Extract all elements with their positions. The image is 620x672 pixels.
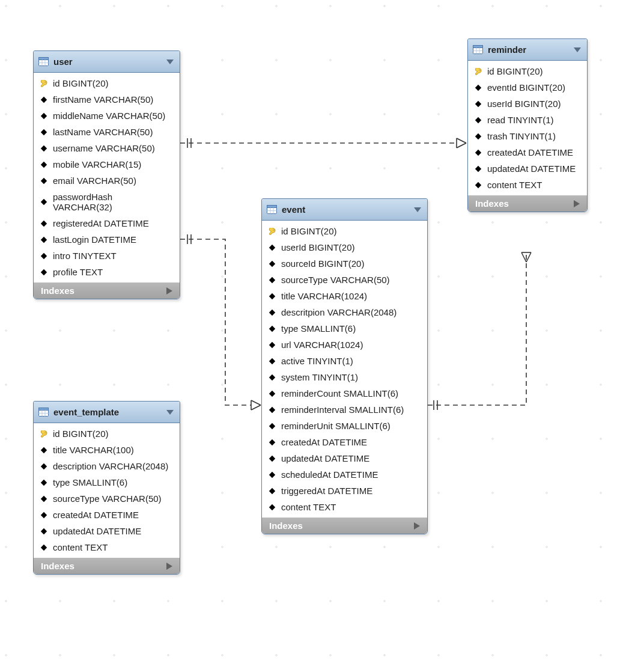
column[interactable]: content TEXT — [468, 177, 587, 193]
column[interactable]: type SMALLINT(6) — [34, 474, 180, 490]
column-label: passwordHash VARCHAR(32) — [53, 192, 174, 212]
column[interactable]: updatedAt DATETIME — [34, 523, 180, 539]
column[interactable]: lastLogin DATETIME — [34, 231, 180, 248]
nullable-column-icon — [40, 268, 48, 276]
column[interactable]: eventId BIGINT(20) — [468, 79, 587, 96]
column-label: url VARCHAR(1024) — [281, 340, 363, 350]
column[interactable]: id BIGINT(20) — [34, 75, 180, 91]
column[interactable]: createdAt DATETIME — [468, 144, 587, 160]
entity-header[interactable]: event_template — [34, 402, 180, 423]
column[interactable]: url VARCHAR(1024) — [262, 337, 427, 353]
column[interactable]: id BIGINT(20) — [468, 63, 587, 79]
indexes-section[interactable]: Indexes — [262, 518, 427, 534]
column-label: userId BIGINT(20) — [487, 99, 561, 109]
column[interactable]: reminderCount SMALLINT(6) — [262, 385, 427, 402]
column[interactable]: createdAt DATETIME — [34, 507, 180, 523]
not-null-column-icon — [40, 198, 48, 206]
column[interactable]: firstName VARCHAR(50) — [34, 91, 180, 108]
nullable-column-icon — [40, 462, 48, 471]
column[interactable]: username VARCHAR(50) — [34, 140, 180, 156]
column-list: id BIGINT(20)userId BIGINT(20)sourceId B… — [262, 221, 427, 518]
column[interactable]: id BIGINT(20) — [262, 223, 427, 239]
column[interactable]: passwordHash VARCHAR(32) — [34, 189, 180, 215]
column[interactable]: description VARCHAR(2048) — [34, 458, 180, 474]
expand-icon[interactable] — [166, 287, 172, 295]
expand-icon[interactable] — [414, 522, 420, 530]
column-label: content TEXT — [53, 542, 108, 552]
column[interactable]: userId BIGINT(20) — [468, 96, 587, 112]
nullable-column-icon — [40, 543, 48, 552]
column-label: middleName VARCHAR(50) — [53, 111, 165, 121]
column-label: sourceType VARCHAR(50) — [53, 493, 162, 504]
primary-key-icon — [474, 67, 482, 76]
column[interactable]: lastName VARCHAR(50) — [34, 124, 180, 140]
column[interactable]: updatedAt DATETIME — [262, 450, 427, 466]
column[interactable]: content TEXT — [34, 539, 180, 555]
entity-event_template[interactable]: event_templateid BIGINT(20)title VARCHAR… — [33, 401, 180, 575]
entity-event[interactable]: eventid BIGINT(20)userId BIGINT(20)sourc… — [261, 198, 428, 534]
indexes-section[interactable]: Indexes — [34, 283, 180, 299]
column[interactable]: reminderUnit SMALLINT(6) — [262, 418, 427, 434]
collapse-icon[interactable] — [166, 60, 174, 64]
column-label: lastLogin DATETIME — [53, 234, 136, 245]
column[interactable]: sourceId BIGINT(20) — [262, 255, 427, 272]
expand-icon[interactable] — [574, 200, 580, 207]
column[interactable]: email VARCHAR(50) — [34, 173, 180, 189]
nullable-column-icon — [268, 260, 276, 268]
column[interactable]: trash TINYINT(1) — [468, 128, 587, 144]
expand-icon[interactable] — [166, 563, 172, 570]
column[interactable]: createdAt DATETIME — [262, 434, 427, 450]
primary-key-icon — [40, 430, 48, 438]
column-label: createdAt DATETIME — [53, 510, 139, 520]
column[interactable]: mobile VARCHAR(15) — [34, 156, 180, 173]
column[interactable]: updatedAt DATETIME — [468, 160, 587, 177]
column[interactable]: middleName VARCHAR(50) — [34, 108, 180, 124]
column[interactable]: sourceType VARCHAR(50) — [34, 490, 180, 507]
column-label: userId BIGINT(20) — [281, 242, 355, 252]
entity-header[interactable]: event — [262, 199, 427, 221]
column[interactable]: read TINYINT(1) — [468, 112, 587, 128]
indexes-section[interactable]: Indexes — [468, 195, 587, 212]
column[interactable]: active TINYINT(1) — [262, 353, 427, 369]
entity-header[interactable]: user — [34, 51, 180, 73]
indexes-label: Indexes — [475, 198, 509, 209]
entity-header[interactable]: reminder — [468, 39, 587, 61]
nullable-column-icon — [40, 96, 48, 104]
column[interactable]: descritpion VARCHAR(2048) — [262, 304, 427, 320]
table-icon — [473, 45, 483, 54]
collapse-icon[interactable] — [166, 410, 174, 415]
column-label: updatedAt DATETIME — [53, 526, 141, 536]
column[interactable]: triggeredAt DATETIME — [262, 483, 427, 499]
column[interactable]: registeredAt DATETIME — [34, 215, 180, 231]
column-label: createdAt DATETIME — [281, 437, 367, 447]
entity-user[interactable]: userid BIGINT(20)firstName VARCHAR(50)mi… — [33, 50, 180, 299]
column[interactable]: scheduledAt DATETIME — [262, 466, 427, 483]
column[interactable]: system TINYINT(1) — [262, 369, 427, 385]
column[interactable]: intro TINYTEXT — [34, 248, 180, 264]
not-null-column-icon — [474, 116, 482, 124]
column[interactable]: sourceType VARCHAR(50) — [262, 272, 427, 288]
column-label: updatedAt DATETIME — [487, 163, 576, 174]
collapse-icon[interactable] — [414, 207, 421, 212]
column-label: reminderCount SMALLINT(6) — [281, 388, 398, 399]
not-null-column-icon — [40, 446, 48, 454]
column-list: id BIGINT(20)firstName VARCHAR(50)middle… — [34, 73, 180, 283]
column-label: id BIGINT(20) — [53, 78, 109, 88]
column-label: sourceType VARCHAR(50) — [281, 275, 390, 285]
column[interactable]: content TEXT — [262, 499, 427, 515]
column[interactable]: profile TEXT — [34, 264, 180, 280]
column[interactable]: reminderInterval SMALLINT(6) — [262, 402, 427, 418]
column[interactable]: id BIGINT(20) — [34, 426, 180, 442]
indexes-label: Indexes — [41, 286, 74, 296]
nullable-column-icon — [474, 181, 482, 189]
column[interactable]: title VARCHAR(100) — [34, 442, 180, 458]
column[interactable]: title VARCHAR(1024) — [262, 288, 427, 304]
collapse-icon[interactable] — [574, 47, 581, 52]
column[interactable]: type SMALLINT(6) — [262, 320, 427, 337]
column[interactable]: userId BIGINT(20) — [262, 239, 427, 255]
indexes-section[interactable]: Indexes — [34, 558, 180, 574]
nullable-column-icon — [40, 112, 48, 120]
column-label: email VARCHAR(50) — [53, 176, 136, 186]
column-label: id BIGINT(20) — [487, 66, 543, 76]
entity-reminder[interactable]: reminderid BIGINT(20)eventId BIGINT(20)u… — [467, 38, 588, 212]
